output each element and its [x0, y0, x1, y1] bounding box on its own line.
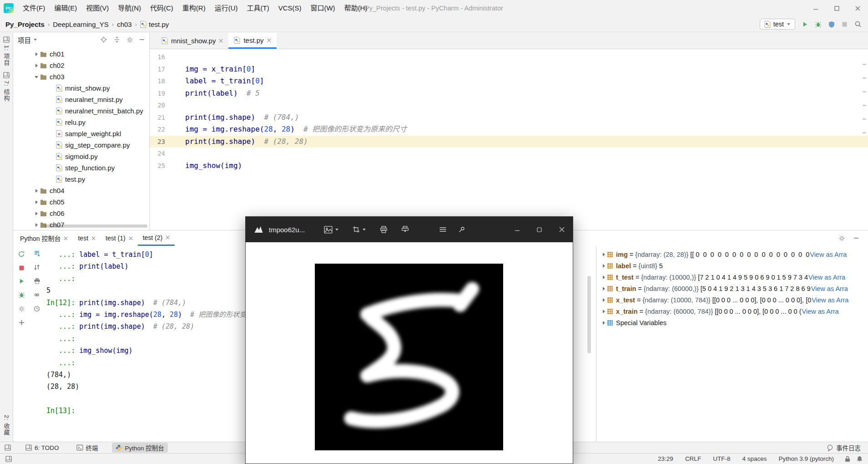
menu-item[interactable]: VCS(S) [274, 0, 306, 16]
console-options-button[interactable] [838, 235, 845, 242]
tree-item-test.py[interactable]: test.py [13, 173, 149, 185]
stop-button[interactable] [842, 21, 848, 27]
close-tab-icon[interactable] [64, 236, 68, 240]
close-tab-icon[interactable] [91, 236, 96, 240]
chevron-right-icon[interactable] [600, 275, 607, 280]
search-everywhere-button[interactable] [854, 20, 862, 28]
chevron-right-icon[interactable] [600, 286, 607, 291]
tree-item-ch02[interactable]: ch02 [13, 60, 149, 71]
status-item[interactable]: UTF-8 [713, 455, 730, 462]
chevron-right-icon[interactable] [32, 63, 40, 68]
chevron-down-icon[interactable] [33, 38, 37, 41]
close-tab-icon[interactable] [219, 39, 223, 43]
maximize-button[interactable] [528, 217, 550, 242]
code-editor[interactable]: 1617img = x_train[0]18label = t_train[0]… [150, 49, 868, 172]
menu-item[interactable]: 工具(T) [242, 0, 273, 16]
chevron-right-icon[interactable] [32, 223, 40, 227]
close-button[interactable] [550, 217, 573, 242]
menu-item[interactable]: 帮助(H) [340, 0, 372, 16]
python-console-toolwindow-button[interactable]: Python 控制台 [112, 443, 168, 453]
chevron-down-icon[interactable] [32, 75, 40, 79]
console-settings-button[interactable] [18, 306, 25, 312]
terminal-toolwindow-button[interactable]: 终端 [73, 443, 102, 453]
tree-item-sig_step_compare.py[interactable]: sig_step_compare.py [13, 139, 149, 151]
stripe-project[interactable]: 1: 项目 [2, 36, 11, 66]
todo-toolwindow-button[interactable]: 6: TODO [22, 444, 63, 452]
tool-windows-icon[interactable] [5, 444, 11, 451]
coverage-button[interactable] [828, 21, 835, 28]
more-menu-button[interactable] [439, 226, 447, 233]
view-as-array-link[interactable]: View as Arra [811, 285, 848, 292]
tree-item-ch05[interactable]: ch05 [13, 196, 149, 208]
editor-tab-test.py[interactable]: test.py [228, 33, 276, 49]
view-as-array-link[interactable]: View as Arra [812, 296, 848, 304]
console-tab-test[interactable]: test [73, 230, 101, 246]
stripe-favorites[interactable]: 2: 收藏 [2, 415, 11, 435]
breadcrumb-item[interactable]: DeepLearning_YS [53, 20, 109, 28]
project-settings-button[interactable] [126, 36, 133, 43]
tree-item-ch01[interactable]: ch01 [13, 48, 149, 60]
chevron-right-icon[interactable] [32, 200, 40, 204]
tree-item-neuralnet_mnist_batch.py[interactable]: neuralnet_mnist_batch.py [13, 105, 149, 117]
close-tab-icon[interactable] [267, 38, 271, 42]
variable-row-label[interactable]: label = {uint8} 5 [596, 260, 868, 271]
attach-debugger-button[interactable] [18, 291, 25, 298]
run-button[interactable] [802, 21, 808, 27]
console-tab-Python 控制台[interactable]: Python 控制台 [15, 230, 73, 246]
variable-row-t_test[interactable]: t_test = {ndarray: (10000,)} [7 2 1 0 4 … [596, 271, 868, 283]
notifications-icon[interactable] [857, 456, 863, 462]
status-item[interactable]: 4 spaces [742, 455, 767, 462]
tree-item-ch04[interactable]: ch04 [13, 185, 149, 196]
status-item[interactable]: Python 3.9 (pytorch) [778, 455, 834, 462]
close-button[interactable] [847, 0, 868, 16]
menu-item[interactable]: 代码(C) [146, 0, 178, 16]
variable-row-x_train[interactable]: x_train = {ndarray: (60000, 784)} [[0 0 … [596, 306, 868, 317]
project-horizontal-scrollbar[interactable] [45, 224, 147, 228]
variable-row-img[interactable]: img = {ndarray: (28, 28)} [[ 0 0 0 0 0 0… [596, 249, 868, 260]
breadcrumb-item[interactable]: ch03 [117, 20, 132, 28]
console-tab-test (1)[interactable]: test (1) [101, 230, 138, 246]
resume-button[interactable] [19, 278, 25, 284]
view-as-array-link[interactable]: View as Arra [808, 274, 845, 281]
console-tab-test (2)[interactable]: test (2) [138, 230, 175, 246]
tree-item-sample_weight.pkl[interactable]: sample_weight.pkl [13, 128, 149, 139]
run-config-selector[interactable]: test [760, 19, 795, 30]
tree-item-step_function.py[interactable]: step_function.py [13, 162, 149, 173]
editor-scroll-stripe[interactable] [863, 51, 867, 228]
history-button[interactable] [34, 306, 40, 312]
sort-lines-button[interactable] [34, 264, 40, 270]
breadcrumb-item[interactable]: Py_Projects [5, 20, 45, 28]
menu-item[interactable]: 运行(U) [210, 0, 242, 16]
chevron-right-icon[interactable] [32, 52, 40, 56]
menu-item[interactable]: 窗口(W) [306, 0, 339, 16]
hide-panel-button[interactable] [139, 37, 145, 42]
rerun-console-button[interactable] [18, 250, 25, 258]
close-tab-icon[interactable] [166, 235, 170, 240]
debug-button[interactable] [815, 21, 822, 28]
menu-item[interactable]: 文件(F) [18, 0, 50, 16]
minimize-button[interactable] [805, 0, 826, 16]
minimize-button[interactable] [506, 217, 528, 242]
chevron-right-icon[interactable] [600, 252, 607, 257]
view-as-array-link[interactable]: View as Arra [810, 251, 847, 258]
tree-item-mnist_show.py[interactable]: mnist_show.py [13, 82, 149, 94]
lock-icon[interactable] [845, 456, 850, 462]
status-item[interactable]: CRLF [685, 455, 701, 462]
event-log-button[interactable]: 事件日志 [827, 443, 868, 452]
print-image-button[interactable] [380, 226, 388, 233]
close-tab-icon[interactable] [129, 236, 133, 240]
variable-row-x_test[interactable]: x_test = {ndarray: (10000, 784)} [[0 0 0… [596, 294, 868, 306]
chevron-right-icon[interactable] [600, 264, 607, 268]
chevron-right-icon[interactable] [600, 298, 607, 302]
stripe-structure[interactable]: 7: 结构 [2, 72, 11, 101]
view-as-array-link[interactable]: View as Arra [802, 308, 839, 315]
breadcrumb-item[interactable]: test.py [140, 20, 169, 28]
editor-tab-mnist_show.py[interactable]: mnist_show.py [156, 33, 228, 49]
locate-file-button[interactable] [100, 36, 107, 43]
print-console-button[interactable] [34, 278, 40, 284]
chevron-right-icon[interactable] [32, 189, 40, 193]
tree-item-ch06[interactable]: ch06 [13, 208, 149, 219]
tool-window-switcher-icon[interactable] [5, 456, 12, 462]
chevron-right-icon[interactable] [600, 321, 607, 325]
special-variables-row[interactable]: Special Variables [596, 317, 868, 328]
